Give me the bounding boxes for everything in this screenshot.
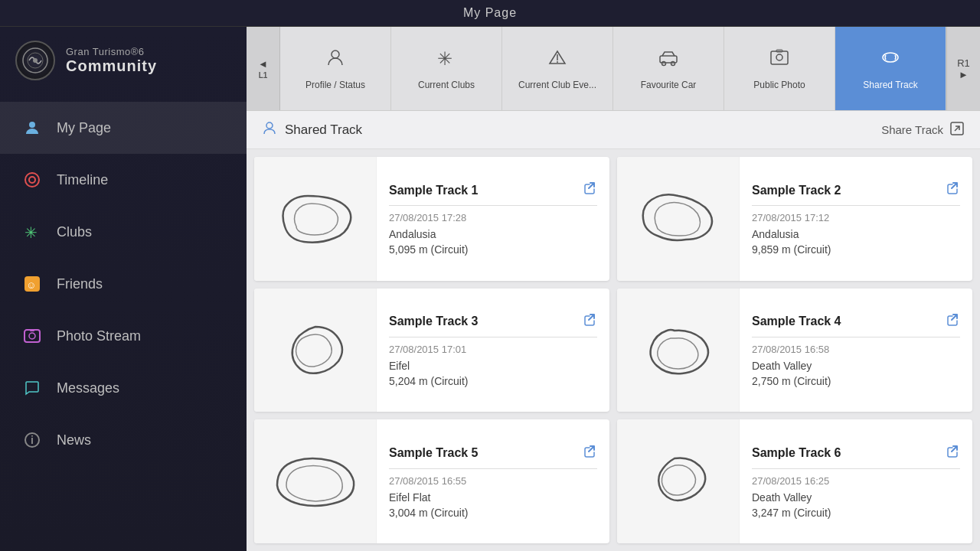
track-card-2[interactable]: Sample Track 2 27/08/2015 17:12 Andalusi… [617,157,972,281]
sidebar-item-label-news: News [57,432,91,448]
track-location-1: Andalusia [389,228,597,240]
gt-logo-icon [15,41,55,80]
track-name-3: Sample Track 3 [389,315,479,328]
sidebar-item-label-my-page: My Page [57,120,111,136]
tab-track-label: Shared Track [863,80,917,90]
track-divider-1 [389,205,597,206]
tab-favourite-car[interactable]: Favourite Car [613,27,724,110]
tab-events-label: Current Club Eve... [518,80,596,90]
svg-point-17 [557,61,558,63]
nav-left-label: L1 [259,71,268,80]
track-length-1: 5,095 m (Circuit) [389,243,597,256]
track-card-5[interactable]: Sample Track 5 27/08/2015 16:55 Eifel Fl… [254,419,609,543]
track-divider-3 [389,337,597,337]
track-share-icon-1[interactable] [583,181,597,199]
track-share-icon-3[interactable] [583,313,597,331]
track-thumbnail-3 [254,289,377,412]
sidebar-item-news[interactable]: i News [0,414,247,466]
track-length-2: 9,859 m (Circuit) [752,243,960,256]
tab-clubs-label: Current Clubs [418,80,475,90]
sidebar: Gran Turismo®6 Community My Page Timelin… [0,27,247,551]
sidebar-logo: Gran Turismo®6 Community [0,27,247,94]
track-length-4: 2,750 m (Circuit) [752,375,960,387]
tab-current-clubs[interactable]: ✳ Current Clubs [391,27,502,110]
share-track-button[interactable]: Share Track [881,121,965,139]
svg-point-14 [332,51,339,58]
svg-point-20 [671,61,675,65]
svg-point-19 [662,61,666,65]
svg-rect-9 [24,330,40,342]
header-title: My Page [463,6,517,19]
track-location-2: Andalusia [752,228,960,240]
track-card-3[interactable]: Sample Track 3 27/08/2015 17:01 Eifel 5,… [254,289,609,412]
share-track-label: Share Track [881,123,943,136]
track-date-3: 27/08/2015 17:01 [389,344,597,355]
track-share-icon-5[interactable] [583,445,597,462]
track-name-5: Sample Track 5 [389,446,479,460]
track-date-1: 27/08/2015 17:28 [389,212,597,223]
sidebar-item-timeline[interactable]: Timeline [0,154,247,206]
track-thumbnail-5 [254,419,377,543]
tab-events-icon [547,47,568,73]
section-header: Shared Track Share Track [247,111,980,149]
tab-shared-track[interactable]: Shared Track [835,27,946,110]
track-name-row-1: Sample Track 1 [389,181,597,199]
track-name-row-4: Sample Track 4 [752,313,960,331]
track-info-5: Sample Track 5 27/08/2015 16:55 Eifel Fl… [377,434,609,530]
track-info-2: Sample Track 2 27/08/2015 17:12 Andalusi… [740,171,972,266]
sidebar-item-photo-stream[interactable]: Photo Stream [0,310,247,362]
track-length-5: 3,004 m (Circuit) [389,507,597,519]
track-share-icon-2[interactable] [946,181,960,199]
nav-left-arrow: ◄ [258,58,268,70]
track-share-icon-4[interactable] [946,313,960,331]
track-location-6: Death Valley [752,491,960,504]
track-share-icon-6[interactable] [946,445,960,462]
svg-text:i: i [31,434,34,446]
svg-point-5 [29,177,35,183]
svg-point-2 [33,58,38,63]
tab-nav-right[interactable]: R1 ► [946,27,980,110]
sidebar-item-label-photo-stream: Photo Stream [57,328,141,344]
track-date-4: 27/08/2015 16:58 [752,344,960,355]
nav-right-arrow: ► [959,69,969,80]
track-card-4[interactable]: Sample Track 4 27/08/2015 16:58 Death Va… [617,289,972,412]
svg-point-25 [266,122,273,129]
track-thumbnail-4 [617,289,740,412]
track-divider-2 [752,205,960,206]
sidebar-item-my-page[interactable]: My Page [0,102,247,154]
track-thumbnail-1 [254,157,377,281]
svg-rect-11 [30,329,34,331]
tab-club-events[interactable]: Current Club Eve... [502,27,613,110]
svg-rect-21 [771,51,788,64]
tab-public-photo[interactable]: Public Photo [724,27,835,110]
sidebar-item-label-messages: Messages [57,380,119,396]
track-thumbnail-6 [617,419,740,543]
svg-text:✳: ✳ [437,48,452,68]
track-info-3: Sample Track 3 27/08/2015 17:01 Eifel 5,… [377,302,609,398]
news-icon: i [21,429,43,451]
track-card-1[interactable]: Sample Track 1 27/08/2015 17:28 Andalusi… [254,157,609,281]
track-name-row-2: Sample Track 2 [752,181,960,199]
friends-icon: ☺ [21,273,43,295]
svg-text:☺: ☺ [26,279,36,291]
brand-title: Gran Turismo®6 [66,46,157,57]
track-card-6[interactable]: Sample Track 6 27/08/2015 16:25 Death Va… [617,419,972,543]
tab-nav-left[interactable]: ◄ L1 [247,27,280,110]
main-content: ◄ L1 Profile / Status ✳ Current Clubs [247,27,980,551]
track-length-6: 3,247 m (Circuit) [752,507,960,519]
track-grid: Sample Track 1 27/08/2015 17:28 Andalusi… [247,149,980,551]
track-name-1: Sample Track 1 [389,184,479,197]
sidebar-item-label-clubs: Clubs [57,224,92,240]
section-title-text: Shared Track [285,122,362,138]
track-name-4: Sample Track 4 [752,315,841,328]
sidebar-item-friends[interactable]: ☺ Friends [0,258,247,310]
tab-car-icon [658,47,679,73]
track-info-4: Sample Track 4 27/08/2015 16:58 Death Va… [740,302,972,398]
svg-point-4 [25,173,39,187]
sidebar-item-clubs[interactable]: ✳ Clubs [0,206,247,258]
tab-car-label: Favourite Car [641,80,697,90]
track-location-4: Death Valley [752,360,960,372]
sidebar-item-messages[interactable]: Messages [0,362,247,414]
track-name-6: Sample Track 6 [752,446,841,460]
tab-profile[interactable]: Profile / Status [280,27,391,110]
